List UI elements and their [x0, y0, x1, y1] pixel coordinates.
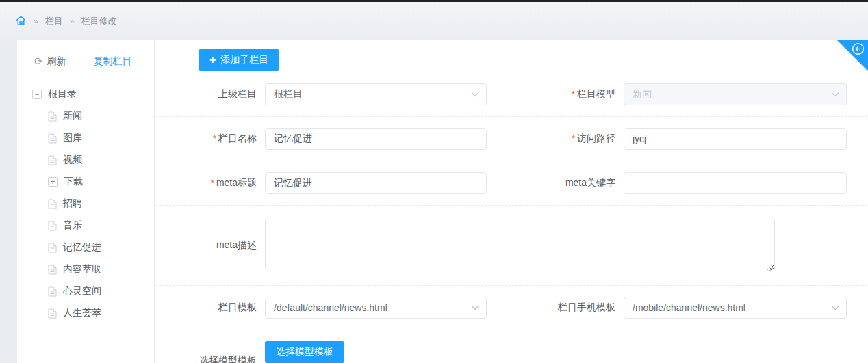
collapse-minus-icon[interactable]: − — [32, 90, 42, 99]
refresh-icon: ⟳ — [34, 55, 43, 68]
column-name-input[interactable] — [265, 128, 487, 150]
tree-item-label: 人生荟萃 — [63, 307, 101, 319]
document-icon — [48, 243, 57, 253]
mobile-template-label: 栏目手机模板 — [487, 301, 624, 314]
meta-keywords-input[interactable] — [624, 172, 847, 194]
breadcrumb-item-column-edit[interactable]: 栏目修改 — [81, 15, 116, 27]
copy-column-button[interactable]: 复制栏目 — [94, 55, 132, 68]
column-model-label: *栏目模型 — [487, 88, 624, 100]
tree-item-label: 新闻 — [63, 110, 82, 122]
column-template-select[interactable]: /default/channel/news.html — [265, 297, 487, 319]
tree-item-label: 心灵空间 — [63, 285, 101, 297]
column-model-select-disabled: 新闻 — [624, 83, 847, 105]
tree-item-label: 音乐 — [63, 219, 82, 232]
breadcrumb: » 栏目 » 栏目修改 — [0, 2, 868, 40]
meta-description-textarea[interactable] — [265, 217, 775, 271]
required-mark: * — [572, 89, 575, 99]
collapse-left-arrow-icon[interactable] — [851, 42, 865, 59]
mobile-template-select[interactable]: /mobile/channel/news.html — [624, 297, 847, 319]
document-icon — [48, 308, 57, 319]
add-child-column-label: 添加子栏目 — [220, 54, 268, 66]
refresh-button[interactable]: ⟳ 刷新 — [34, 55, 66, 68]
add-child-column-button[interactable]: + 添加子栏目 — [199, 49, 279, 71]
refresh-label: 刷新 — [47, 55, 66, 68]
chevron-down-icon — [831, 305, 839, 310]
tree-item-label: 记忆促进 — [63, 241, 101, 254]
tree-item-root[interactable]: − 根目录 — [32, 83, 154, 105]
document-icon — [48, 221, 57, 231]
expand-plus-icon[interactable]: + — [48, 177, 58, 187]
access-path-label: *访问路径 — [487, 133, 624, 145]
tree-item-life[interactable]: 人生荟萃 — [32, 302, 154, 324]
breadcrumb-separator: » — [34, 16, 38, 26]
tree-item-soul[interactable]: 心灵空间 — [32, 280, 154, 302]
column-model-value: 新闻 — [633, 88, 652, 100]
required-mark: * — [572, 133, 575, 144]
tree-item-label: 招聘 — [63, 198, 82, 210]
tree-item-video[interactable]: 视频 — [32, 149, 154, 171]
chevron-down-icon — [471, 305, 479, 310]
required-mark: * — [213, 133, 216, 144]
tree-item-memory[interactable]: 记忆促进 — [32, 237, 154, 258]
column-tree: − 根目录 新闻 图库 — [17, 72, 154, 324]
tree-item-label: 根目录 — [48, 88, 77, 100]
tree-item-label: 内容萃取 — [63, 263, 101, 275]
meta-description-label: meta描述 — [155, 239, 265, 252]
tree-item-download[interactable]: + 下载 — [32, 171, 154, 193]
document-icon — [48, 155, 57, 165]
document-icon — [48, 133, 57, 144]
home-icon[interactable] — [15, 15, 27, 27]
select-model-template-button[interactable]: 选择模型模板 — [265, 341, 344, 363]
tree-item-news[interactable]: 新闻 — [32, 105, 154, 127]
column-template-label: 栏目模板 — [155, 301, 265, 314]
breadcrumb-item-column[interactable]: 栏目 — [45, 15, 63, 27]
meta-title-input[interactable] — [265, 172, 487, 194]
parent-column-select[interactable]: 根栏目 — [265, 83, 487, 105]
access-path-input[interactable] — [624, 128, 847, 150]
tree-item-label: 图库 — [63, 132, 82, 144]
meta-title-label: *meta标题 — [155, 177, 265, 189]
tree-item-recruit[interactable]: 招聘 — [32, 193, 154, 215]
column-tree-sidebar: ⟳ 刷新 复制栏目 − 根目录 新闻 — [17, 40, 154, 363]
plus-icon: + — [209, 54, 216, 66]
tree-item-gallery[interactable]: 图库 — [32, 127, 154, 149]
column-template-value: /default/channel/news.html — [274, 302, 387, 313]
tree-item-label: 下载 — [64, 176, 83, 188]
column-name-label: *栏目名称 — [155, 133, 265, 145]
meta-keywords-label: meta关键字 — [487, 177, 624, 189]
tree-item-music[interactable]: 音乐 — [32, 215, 154, 237]
mobile-template-value: /mobile/channel/news.html — [633, 302, 745, 313]
chevron-down-icon — [831, 92, 839, 97]
required-mark: * — [211, 178, 214, 188]
chevron-down-icon — [471, 92, 479, 97]
model-template-label: 选择模型模板 — [155, 355, 265, 363]
document-icon — [48, 265, 57, 275]
tree-item-content[interactable]: 内容萃取 — [32, 258, 154, 280]
parent-column-value: 根栏目 — [274, 88, 303, 100]
parent-column-label: 上级栏目 — [155, 88, 265, 100]
tree-item-label: 视频 — [63, 154, 82, 166]
document-icon — [48, 111, 57, 122]
breadcrumb-separator: » — [70, 16, 75, 26]
column-edit-form-panel: + 添加子栏目 上级栏目 根栏目 *栏目模型 新闻 — [155, 40, 868, 363]
document-icon — [48, 199, 57, 209]
document-icon — [48, 286, 57, 297]
